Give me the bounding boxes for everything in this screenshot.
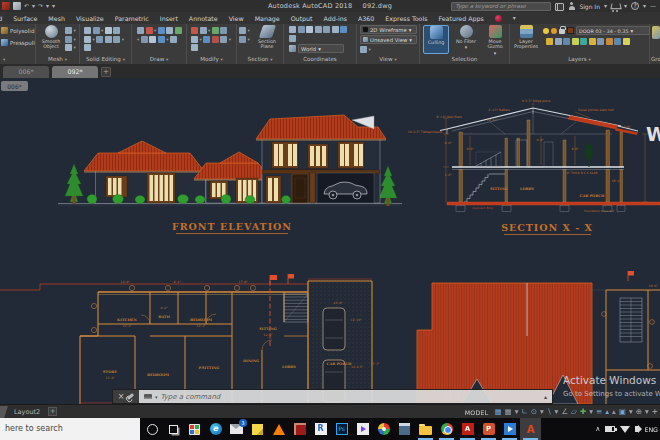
tool-icon[interactable] [212, 36, 219, 43]
panel-draw-label[interactable]: Draw [150, 56, 165, 62]
workspace-icon[interactable]: ▣ [619, 406, 626, 418]
ucs-dropdown[interactable]: World▾ [298, 44, 344, 53]
tool-icon[interactable]: ▾ [208, 27, 210, 34]
tool-icon[interactable] [170, 36, 177, 43]
tool-icon[interactable] [65, 44, 72, 51]
panel-view-label[interactable]: View [379, 56, 392, 62]
tool-icon[interactable] [360, 46, 367, 53]
photoshop-button[interactable]: Ps [331, 418, 352, 440]
file-tab-092[interactable]: 092* [52, 66, 98, 78]
ucs-icon[interactable] [289, 45, 296, 52]
osnap-tracking-icon[interactable]: ∠ [561, 406, 568, 418]
tool-icon[interactable] [580, 38, 587, 45]
tab-annotate[interactable]: Annotate [189, 15, 218, 22]
tool-icon[interactable] [149, 36, 156, 43]
signin-dropdown-icon[interactable]: ▾ [604, 2, 607, 10]
speaker-icon[interactable] [635, 426, 639, 432]
wrench-icon[interactable] [127, 393, 134, 400]
movies-app-button[interactable] [499, 418, 520, 440]
selection-cycling-icon[interactable]: ▴ [605, 406, 609, 418]
isometric-icon[interactable]: ∖ [547, 406, 552, 418]
media-app-button[interactable] [289, 418, 310, 440]
tool-icon[interactable] [191, 36, 198, 43]
tab-mesh[interactable]: Mesh [48, 15, 65, 22]
panel-layers-label[interactable]: Layers [568, 56, 587, 62]
tool-icon[interactable] [158, 27, 165, 34]
tool-icon[interactable] [340, 26, 347, 33]
app-store-cart-icon[interactable] [611, 3, 620, 10]
panel-solid-editing-label[interactable]: Solid Editing [86, 56, 121, 62]
command-line-bar[interactable]: × ▾ Type a command ▴ [112, 389, 553, 404]
model-space-button[interactable]: MODEL [465, 409, 489, 416]
dynamic-ucs-icon[interactable]: ▴ [612, 406, 616, 418]
tool-icon[interactable] [589, 38, 596, 45]
tool-icon[interactable] [105, 36, 112, 43]
mail-button[interactable]: 3 [226, 418, 247, 440]
tool-icon[interactable] [606, 38, 613, 45]
grid-icon[interactable]: ▦ [495, 406, 502, 418]
tool-icon[interactable] [212, 27, 219, 34]
tool-icon[interactable] [306, 26, 313, 33]
snap-dropdown-icon[interactable]: ▾ [515, 406, 519, 418]
minimize-button[interactable]: — [650, 2, 656, 10]
polysolid-button[interactable]: Polysolid [1, 27, 34, 34]
culling-button[interactable]: Culling [423, 25, 449, 54]
drawing-canvas[interactable]: 006* [0, 78, 660, 404]
chevron-down-icon[interactable]: ▾ [155, 394, 158, 400]
tool-icon[interactable] [298, 26, 305, 33]
tab-manage[interactable]: Manage [255, 15, 280, 22]
wifi-icon[interactable] [620, 426, 630, 433]
search-icon[interactable] [555, 3, 564, 9]
tool-icon[interactable] [93, 27, 100, 34]
r-app-button[interactable]: R [310, 418, 331, 440]
tool-icon[interactable] [597, 38, 604, 45]
task-view-button[interactable] [163, 418, 184, 440]
close-icon[interactable]: × [118, 393, 125, 401]
layer-dropdown[interactable]: DOOR 03 - 34 - 0.35 ▾ [576, 26, 650, 35]
panel-dropdown-icon[interactable]: ▾ [221, 57, 223, 62]
acrobat-button[interactable]: A [457, 418, 478, 440]
tool-icon[interactable] [239, 36, 246, 43]
snap-icon[interactable]: ▦ [505, 406, 512, 418]
tab-extra-icon[interactable] [495, 15, 502, 22]
isometric-dropdown-icon[interactable]: ▾ [555, 406, 559, 418]
no-filter-button[interactable]: No Filter ▾ [452, 25, 480, 51]
tool-icon[interactable]: ▾ [74, 44, 76, 51]
new-drawing-tab-button[interactable]: + [101, 67, 111, 77]
language-indicator[interactable]: ENG [644, 426, 658, 433]
tab-parametric[interactable]: Parametric [115, 15, 149, 22]
tool-icon[interactable] [191, 27, 198, 34]
autocad-button[interactable]: A [520, 418, 541, 440]
tool-icon[interactable]: ▾ [248, 27, 250, 34]
panel-dropdown-icon[interactable]: ▾ [166, 57, 168, 62]
tool-icon[interactable] [220, 36, 227, 43]
tab-a360[interactable]: A360 [358, 15, 374, 22]
tool-icon[interactable] [572, 38, 579, 45]
layer-properties-button[interactable]: Layer Properties [512, 25, 540, 50]
tab-insert[interactable]: Insert [160, 15, 178, 22]
tool-icon[interactable] [315, 26, 322, 33]
vlc-button[interactable] [268, 418, 289, 440]
lineweight-icon[interactable]: ≡ [596, 406, 602, 418]
viewport-badge[interactable]: 006* [1, 81, 28, 91]
panel-modify-label[interactable]: Modify [200, 56, 219, 62]
tab-view[interactable]: View [229, 15, 244, 22]
tool-icon[interactable] [96, 36, 103, 43]
sign-in-button[interactable]: Sign In [579, 3, 600, 10]
tab-output[interactable]: Output [291, 15, 313, 22]
layer-freeze-sun-icon[interactable] [551, 28, 557, 34]
tool-icon[interactable] [323, 26, 330, 33]
tab-visualize[interactable]: Visualize [76, 15, 104, 22]
battery-icon[interactable] [605, 426, 615, 432]
presspull-button[interactable]: Presspull [1, 39, 35, 46]
help-dropdown-icon[interactable]: ▾ [643, 2, 646, 10]
tool-icon[interactable]: ▾ [229, 36, 231, 43]
tool-icon[interactable] [614, 38, 621, 45]
tool-icon[interactable] [200, 27, 207, 34]
object-snap-plus-icon[interactable]: ✚ [580, 406, 586, 418]
tool-icon[interactable] [289, 26, 296, 33]
tool-icon[interactable] [166, 27, 173, 34]
panel-mesh-label[interactable]: Mesh [48, 56, 63, 62]
panel-dropdown-icon[interactable]: ▾ [589, 57, 591, 62]
tool-icon[interactable] [203, 36, 210, 43]
